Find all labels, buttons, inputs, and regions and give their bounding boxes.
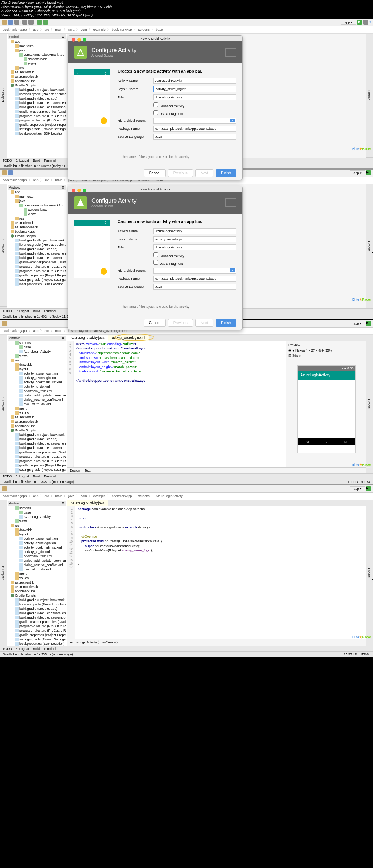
launcher-checkbox[interactable]: Launcher Activity [153, 102, 184, 108]
next-button[interactable]: Next [195, 319, 214, 327]
tree-item[interactable]: local.properties (SDK Location) [8, 282, 66, 286]
tree-item[interactable]: screens.base [8, 208, 66, 212]
tree-item[interactable]: azureclientlib [8, 415, 66, 419]
tree-item[interactable]: bookmarkLibs [8, 589, 66, 593]
tree-item[interactable]: Gradle Scripts [8, 428, 66, 433]
tree-item[interactable]: views [8, 61, 66, 66]
tree-item[interactable]: azuremobilesdk [8, 419, 66, 424]
tree-item[interactable]: dialog_resolve_conflict.xml [8, 563, 66, 567]
run-config[interactable]: app ▾ [350, 170, 365, 175]
activity-name-field[interactable] [153, 228, 236, 234]
tree-item[interactable]: build.gradle (Module: azureclient [8, 101, 66, 105]
tree-item[interactable]: build.gradle (Project: bookmarkingapp [8, 598, 66, 602]
tree-item[interactable]: settings.gradle (Project Settings [8, 127, 66, 131]
tab-project[interactable]: 1: Project [0, 35, 5, 156]
tree-item[interactable]: azureclientlib [8, 221, 66, 225]
zoom-level[interactable]: 35% [325, 349, 332, 352]
tab-device-explorer[interactable]: Device File Explorer [372, 34, 373, 158]
minimize-icon[interactable] [77, 38, 81, 42]
run-icon[interactable]: ▶ [366, 170, 371, 175]
tree-item[interactable]: proguard-rules.pro (ProGuard R [8, 118, 66, 123]
tree-item[interactable]: proguard-rules.pro (ProGuard R [8, 114, 66, 118]
tree-item[interactable]: views [8, 354, 66, 358]
redo-icon[interactable] [28, 20, 34, 25]
close-icon[interactable] [72, 38, 75, 42]
tab-java[interactable]: AzureLoginActivity.java [67, 500, 108, 506]
tree-item[interactable]: settings.gradle (Project Settings [8, 278, 66, 282]
project-tree[interactable]: Android⚙ appmanifestsjavacom.example.boo… [7, 34, 67, 158]
tree-item[interactable]: gradle.properties (Project Properties) [8, 463, 66, 468]
tree-item[interactable]: layout [8, 367, 66, 371]
tree-item[interactable]: proguard-rules.pro (ProGuard Rules fo [8, 459, 66, 463]
tree-item[interactable]: java [8, 48, 66, 53]
tree-item[interactable]: local.properties (SDK Location) [8, 131, 66, 136]
tree-item[interactable]: bookmarkLibs [8, 424, 66, 428]
cancel-button[interactable]: Cancel [144, 169, 166, 177]
java-editor[interactable]: 1234567891011121314151617 package com.ex… [67, 506, 366, 639]
tree-item[interactable]: activity_to_do.xml [8, 384, 66, 389]
tree-item[interactable]: libraries.gradle (Project: bookma [8, 243, 66, 247]
avd-icon[interactable] [37, 20, 42, 25]
open-icon[interactable] [2, 20, 7, 25]
layout-name-field[interactable] [153, 86, 236, 92]
tree-item[interactable]: build.gradle (Module: azuremobil [8, 105, 66, 109]
tree-item[interactable]: build.gradle (Module: azureclient [8, 251, 66, 256]
tree-item[interactable]: base [8, 510, 66, 515]
tree-item[interactable]: res [8, 66, 66, 70]
run-icon[interactable]: ▶ [357, 20, 362, 25]
tree-item[interactable]: settings.gradle (Project Settings) [8, 637, 66, 642]
project-tree[interactable]: Android⚙ screensbaseAzureLoginActivityvi… [7, 335, 67, 473]
tree-item[interactable]: build.gradle (Module: app) [8, 607, 66, 611]
tree-item[interactable]: azuremobilesdk [8, 225, 66, 229]
hierarchical-parent-select[interactable] [153, 118, 236, 124]
device-select[interactable]: Nexus 4 [295, 349, 307, 352]
package-name-field[interactable] [153, 276, 236, 282]
tree-item[interactable]: gradle-wrapper.properties (Grad [8, 260, 66, 264]
tab-design[interactable]: Design [70, 469, 80, 472]
run-config[interactable]: app ▾ [341, 20, 356, 25]
source-language-select[interactable] [153, 134, 236, 140]
tree-item[interactable]: build.gradle (Module: app) [8, 96, 66, 101]
tree-item[interactable]: activity_azurelogin.xml [8, 541, 66, 545]
tree-item[interactable]: bookmark_item.xml [8, 389, 66, 393]
tree-item[interactable]: gradle-wrapper.properties (Grad [8, 109, 66, 114]
tree-item[interactable]: activity_bookmark_list.xml [8, 545, 66, 550]
tree-item[interactable]: libraries.gradle (Project: bookmarkinga [8, 602, 66, 607]
tree-item[interactable]: build.gradle (Module: azureclientlib) [8, 611, 66, 615]
tree-item[interactable]: gradle-wrapper.properties (Gradle Vers [8, 450, 66, 454]
tree-item[interactable]: bookmarkLibs [8, 79, 66, 83]
tree-item[interactable]: build.gradle (Project: bookmark [8, 88, 66, 92]
tab-logcat[interactable]: 6: Logcat [16, 159, 29, 162]
tree-item[interactable]: azuremobilesdk [8, 74, 66, 79]
activity-name-field[interactable] [153, 78, 236, 84]
tree-item[interactable]: azureclientlib [8, 70, 66, 74]
tree-item[interactable]: screens [8, 506, 66, 510]
tree-item[interactable]: build.gradle (Project: bookmark [8, 238, 66, 243]
tree-item[interactable]: bookmarkLibs [8, 229, 66, 234]
tree-item[interactable]: activity_azure_login.xml [8, 371, 66, 376]
tab-gradle[interactable]: Gradle [366, 34, 372, 158]
open-icon[interactable] [2, 170, 7, 175]
tree-item[interactable]: activity_azurelogin.xml [8, 376, 66, 380]
tree-item[interactable]: azureclientlib [8, 580, 66, 585]
tree-item[interactable]: screens.base [8, 57, 66, 61]
tab-todo[interactable]: TODO [3, 159, 12, 162]
tree-item[interactable]: base [8, 345, 66, 349]
help-icon[interactable]: ? [369, 20, 371, 24]
tree-item[interactable]: res [8, 216, 66, 221]
finish-button[interactable]: Finish [216, 319, 236, 327]
tree-item[interactable]: manifests [8, 44, 66, 48]
settings-icon[interactable]: ⚙ [62, 35, 64, 39]
tree-item[interactable]: proguard-rules.pro (ProGuard Rules fo [8, 624, 66, 628]
fragment-checkbox[interactable]: Use a Fragment [153, 110, 183, 116]
tab-text[interactable]: Text [85, 469, 91, 472]
tree-item[interactable]: proguard-rules.pro (ProGuard R [8, 269, 66, 273]
tree-item[interactable]: drawable [8, 363, 66, 367]
tree-item[interactable]: settings.gradle (Project Settings) [8, 468, 66, 472]
tree-item[interactable]: local.properties (SDK Location) [8, 472, 66, 473]
tree-item[interactable]: app [8, 39, 66, 44]
save-icon[interactable] [8, 20, 13, 25]
project-tree[interactable]: Android⚙ appmanifestsjavacom.example.boo… [7, 184, 67, 308]
tree-item[interactable]: Gradle Scripts [8, 593, 66, 598]
tree-item[interactable]: Gradle Scripts [8, 234, 66, 238]
